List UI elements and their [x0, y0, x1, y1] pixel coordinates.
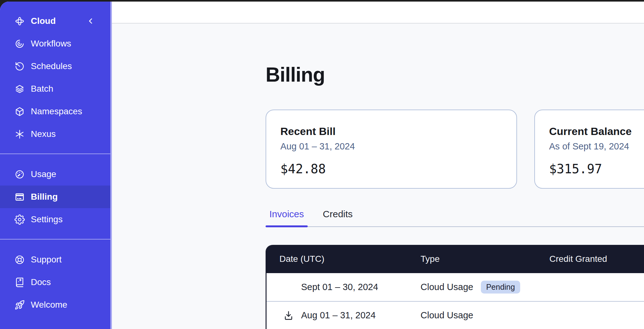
sidebar-item-label: Schedules [31, 61, 72, 71]
batch-icon [14, 84, 25, 94]
invoice-type: Cloud Usage [421, 282, 473, 292]
column-header-credit-granted: Credit Granted [537, 254, 644, 264]
card-title: Current Balance [549, 125, 644, 138]
sidebar-item-billing[interactable]: Billing [0, 186, 110, 208]
sidebar-item-label: Batch [31, 84, 53, 94]
download-slot-empty [283, 282, 294, 293]
settings-icon [14, 214, 25, 225]
status-badge: Pending [481, 281, 520, 294]
table-header-row: Date (UTC) Type Credit Granted [267, 245, 644, 273]
sidebar-item-usage[interactable]: Usage [0, 163, 110, 186]
sidebar-item-label: Namespaces [31, 106, 82, 116]
support-icon [14, 255, 25, 265]
namespaces-icon [14, 106, 25, 117]
invoice-date: Sept 01 – 30, 2024 [301, 282, 378, 292]
sidebar-item-label: Nexus [31, 129, 56, 139]
chevron-left-icon [87, 17, 95, 25]
invoice-type-cell: Cloud Usage [408, 310, 537, 321]
card-date-range: Aug 01 – 31, 2024 [280, 141, 516, 152]
invoices-table: Date (UTC) Type Credit Granted Sept 01 –… [266, 245, 644, 329]
nexus-icon [14, 129, 25, 139]
card-date-range: As of Sept 19, 2024 [549, 141, 644, 152]
card-amount: $42.88 [280, 162, 516, 176]
summary-cards: Recent Bill Aug 01 – 31, 2024 $42.88 Cur… [266, 110, 644, 189]
sidebar-item-workflows[interactable]: Workflows [0, 32, 110, 55]
sidebar-item-label: Support [31, 255, 62, 265]
download-icon[interactable] [283, 310, 294, 321]
sidebar-item-namespaces[interactable]: Namespaces [0, 100, 110, 123]
schedules-icon [14, 61, 25, 72]
invoice-date-cell: Aug 01 – 31, 2024 [267, 310, 408, 321]
sidebar-item-nexus[interactable]: Nexus [0, 123, 110, 145]
sidebar-item-docs[interactable]: Docs [0, 271, 110, 294]
sidebar: Cloud Workflows Schedules Batch [0, 2, 112, 329]
column-header-date: Date (UTC) [267, 254, 408, 264]
card-title: Recent Bill [280, 125, 516, 138]
temporal-logo-icon [14, 16, 25, 26]
invoice-date-cell: Sept 01 – 30, 2024 [267, 282, 408, 293]
sidebar-item-label: Welcome [31, 300, 67, 310]
table-row: Aug 01 – 31, 2024 Cloud Usage [267, 301, 644, 329]
billing-page: Billing Recent Bill Aug 01 – 31, 2024 $4… [112, 24, 644, 329]
current-balance-card: Current Balance As of Sept 19, 2024 $315… [534, 110, 644, 189]
sidebar-item-label: Usage [31, 169, 56, 179]
sidebar-item-support[interactable]: Support [0, 248, 110, 271]
usage-icon [14, 169, 25, 180]
card-amount: $315.97 [549, 162, 644, 176]
table-row: Sept 01 – 30, 2024 Cloud Usage Pending [267, 273, 644, 301]
sidebar-item-label: Docs [31, 277, 51, 287]
sidebar-divider [0, 239, 110, 240]
brand-label: Cloud [31, 16, 56, 26]
recent-bill-card: Recent Bill Aug 01 – 31, 2024 $42.88 [266, 110, 517, 189]
sidebar-item-welcome[interactable]: Welcome [0, 294, 110, 316]
topbar [112, 2, 644, 24]
sidebar-divider [0, 154, 110, 154]
billing-icon [14, 192, 25, 202]
sidebar-item-cloud[interactable]: Cloud [0, 10, 110, 32]
page-title: Billing [266, 63, 644, 86]
invoice-date: Aug 01 – 31, 2024 [301, 310, 376, 321]
invoice-type-cell: Cloud Usage Pending [408, 281, 537, 294]
sidebar-item-label: Workflows [31, 39, 71, 49]
sidebar-item-label: Settings [31, 214, 63, 224]
welcome-icon [14, 300, 25, 310]
invoice-type: Cloud Usage [421, 310, 473, 321]
sidebar-item-label: Billing [31, 192, 58, 202]
main-area: Billing Recent Bill Aug 01 – 31, 2024 $4… [112, 2, 644, 329]
column-header-type: Type [408, 254, 537, 264]
sidebar-item-schedules[interactable]: Schedules [0, 55, 110, 78]
sidebar-collapse-button[interactable] [85, 15, 97, 27]
docs-icon [14, 277, 25, 288]
sidebar-item-batch[interactable]: Batch [0, 78, 110, 100]
app-window: Cloud Workflows Schedules Batch [0, 2, 644, 329]
sidebar-item-settings[interactable]: Settings [0, 208, 110, 231]
billing-tabs: Invoices Credits [266, 209, 644, 227]
tab-invoices[interactable]: Invoices [266, 209, 308, 226]
workflows-icon [14, 39, 25, 49]
tab-credits[interactable]: Credits [319, 209, 356, 226]
